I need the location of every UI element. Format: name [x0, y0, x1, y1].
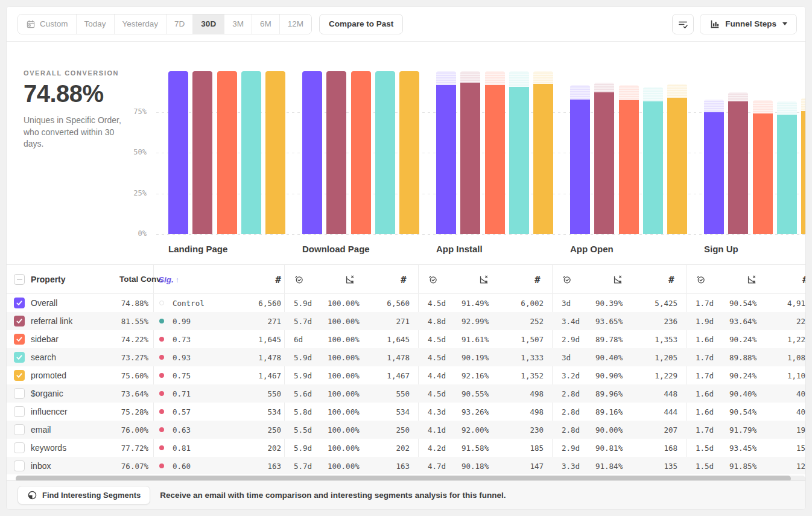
- funnel-bar[interactable]: [265, 71, 285, 234]
- conversion-rate: 90.39%: [595, 299, 623, 308]
- segment-checkbox[interactable]: [14, 316, 25, 326]
- report-body: OVERALL CONVERSION 74.88% Uniques in Spe…: [7, 42, 805, 480]
- table-row[interactable]: search73.27%0.931,4785.9d100.00%1,4784.5…: [7, 348, 805, 366]
- funnel-bar[interactable]: [485, 85, 505, 234]
- segment-checkbox[interactable]: [14, 442, 25, 453]
- funnel-bar[interactable]: [643, 101, 663, 234]
- funnel-bar[interactable]: [667, 98, 687, 234]
- time-to-convert: 1.6d: [696, 407, 714, 416]
- segment-checkbox[interactable]: [14, 334, 25, 345]
- step-count: 550: [396, 389, 410, 398]
- funnel-bar-dropoff-ghost: [619, 85, 639, 100]
- funnel-bar[interactable]: [217, 71, 237, 234]
- total-conversion-value: 74.88%: [121, 299, 148, 308]
- table-row[interactable]: promoted75.60%0.751,4675.9d100.00%1,4674…: [7, 366, 805, 384]
- funnel-steps-dropdown[interactable]: Funnel Steps: [700, 14, 797, 34]
- filter-list-button[interactable]: [672, 14, 694, 34]
- table-row[interactable]: referral link81.55%0.992715.7d100.00%271…: [7, 312, 805, 330]
- funnel-bar[interactable]: [460, 83, 480, 234]
- time-to-convert: 5.8d: [294, 407, 312, 416]
- sig-dot: [159, 337, 164, 342]
- funnel-bar[interactable]: [801, 111, 805, 234]
- funnel-bar[interactable]: [192, 71, 212, 234]
- segment-checkbox[interactable]: [14, 460, 25, 471]
- range-30d[interactable]: 30D: [192, 14, 224, 34]
- funnel-bar[interactable]: [399, 71, 419, 234]
- conversion-rate: 100.00%: [328, 317, 360, 326]
- conversion-rate: 90.54%: [729, 407, 756, 416]
- step-count: 250: [267, 425, 281, 435]
- step-count: 1,645: [258, 335, 281, 344]
- range-7d[interactable]: 7D: [166, 14, 192, 34]
- segment-checkbox[interactable]: [14, 370, 25, 381]
- funnel-bar[interactable]: [326, 71, 346, 234]
- time-to-convert: 2.9d: [562, 335, 580, 344]
- time-to-convert: 3.3d: [562, 462, 580, 471]
- time-to-convert: 4.5d: [428, 335, 446, 344]
- time-to-convert: 4.2d: [428, 444, 446, 453]
- table-row[interactable]: $organic73.64%0.715505.6d100.00%5504.5d9…: [7, 384, 805, 403]
- table-row[interactable]: Overall74.88%Control6,5605.9d100.00%6,56…: [7, 294, 805, 312]
- funnel-bar[interactable]: [570, 100, 590, 234]
- funnel-bar[interactable]: [728, 101, 748, 234]
- conversion-rate: 100.00%: [328, 335, 360, 344]
- bar-chart-icon: [709, 19, 720, 30]
- funnel-bar[interactable]: [351, 71, 371, 234]
- toolbar: CustomTodayYesterday7D30D3M6M12M Compare…: [7, 7, 805, 42]
- funnel-bar[interactable]: [375, 71, 395, 234]
- sig-dot: [159, 427, 164, 432]
- step-count: 498: [530, 389, 544, 398]
- select-all-checkbox[interactable]: [14, 274, 25, 285]
- segment-checkbox[interactable]: [14, 388, 25, 399]
- time-to-convert: 4.4d: [428, 371, 446, 380]
- table-row[interactable]: keywords77.72%0.812025.9d100.00%2024.2d9…: [7, 439, 805, 457]
- sig-dot: [159, 391, 164, 396]
- sig-value: 0.75: [173, 371, 191, 380]
- step-count: 550: [267, 389, 281, 398]
- time-to-convert: 4.3d: [428, 407, 446, 416]
- time-to-convert: 3.4d: [562, 317, 580, 326]
- time-to-convert: 4.8d: [428, 317, 446, 326]
- total-conversion-value: 76.00%: [121, 425, 148, 435]
- range-yesterday[interactable]: Yesterday: [114, 14, 167, 34]
- funnel-bar[interactable]: [241, 71, 261, 234]
- funnel-bar[interactable]: [168, 71, 188, 234]
- range-label: Custom: [40, 19, 68, 28]
- segment-checkbox[interactable]: [14, 424, 25, 435]
- time-to-convert: 5.7d: [294, 317, 312, 326]
- count-icon: #: [802, 273, 805, 285]
- significance-column-header[interactable]: Sig.↑: [159, 275, 179, 284]
- compare-to-past-button[interactable]: Compare to Past: [319, 14, 403, 34]
- count-icon: #: [668, 273, 674, 285]
- range-12m[interactable]: 12M: [279, 14, 311, 34]
- funnel-bar[interactable]: [777, 115, 797, 234]
- range-today[interactable]: Today: [76, 14, 114, 34]
- table-row[interactable]: sidebar74.22%0.731,6456d100.00%1,6454.5d…: [7, 330, 805, 348]
- range-custom[interactable]: Custom: [18, 14, 76, 34]
- funnel-bar[interactable]: [436, 85, 456, 234]
- funnel-bar[interactable]: [533, 84, 553, 234]
- table-row[interactable]: influencer75.28%0.575345.8d100.00%5344.3…: [7, 403, 805, 421]
- funnel-bar-dropoff-ghost: [533, 71, 553, 84]
- segment-checkbox[interactable]: [14, 352, 25, 363]
- conversion-rate: 100.00%: [328, 353, 360, 362]
- conversion-rate: 90.18%: [462, 462, 489, 471]
- time-to-convert: 4.5d: [428, 389, 446, 398]
- total-conversion-value: 75.28%: [121, 407, 148, 416]
- funnel-bar[interactable]: [594, 92, 614, 234]
- range-3m[interactable]: 3M: [224, 14, 252, 34]
- conversion-rate: 100.00%: [328, 299, 360, 308]
- find-interesting-segments-button[interactable]: Find Interesting Segments: [17, 486, 150, 505]
- range-6m[interactable]: 6M: [252, 14, 279, 34]
- segments-icon: [27, 490, 37, 500]
- funnel-bar[interactable]: [302, 71, 322, 234]
- funnel-bar[interactable]: [704, 112, 724, 234]
- segment-checkbox[interactable]: [14, 406, 25, 417]
- table-row[interactable]: email76.00%0.632505.5d100.00%2504.1d92.0…: [7, 421, 805, 439]
- funnel-bar[interactable]: [619, 100, 639, 234]
- table-row[interactable]: inbox76.07%0.601635.7d100.00%1634.7d90.1…: [7, 457, 805, 474]
- funnel-bar[interactable]: [753, 113, 773, 234]
- time-to-convert: 5.5d: [294, 425, 312, 435]
- segment-checkbox[interactable]: [14, 298, 25, 308]
- funnel-bar[interactable]: [509, 87, 529, 234]
